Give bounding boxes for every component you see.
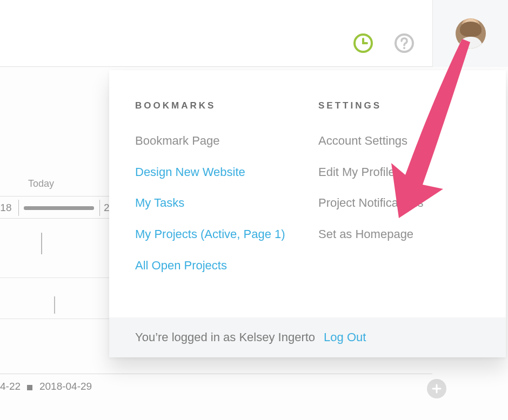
header-icons	[350, 19, 508, 67]
clock-icon[interactable]	[350, 30, 376, 56]
avatar	[456, 18, 486, 49]
bookmarks-column: BOOKMARKS Bookmark Page Design New Websi…	[135, 100, 302, 288]
tick-label: -18	[0, 202, 11, 214]
settings-heading: SETTINGS	[318, 100, 485, 111]
bookmark-my-tasks[interactable]: My Tasks	[135, 195, 302, 211]
settings-account[interactable]: Account Settings	[318, 133, 485, 149]
app-header	[0, 0, 508, 67]
today-label: Today	[28, 178, 113, 189]
help-icon[interactable]	[391, 30, 417, 56]
add-button[interactable]	[427, 379, 446, 398]
bookmark-all-open-projects[interactable]: All Open Projects	[135, 258, 302, 274]
timeline-background: Today -18 20	[0, 178, 113, 319]
timeline-bottom-row: 4-22 2018-04-29	[0, 374, 432, 392]
settings-column: SETTINGS Account Settings Edit My Profil…	[318, 100, 485, 288]
logged-in-text: You’re logged in as Kelsey Ingerto	[135, 330, 315, 344]
dropdown-footer: You’re logged in as Kelsey Ingerto Log O…	[109, 317, 506, 357]
timeline-axis: -18 20	[0, 196, 111, 219]
bookmark-page-link[interactable]: Bookmark Page	[135, 133, 302, 149]
date-segment: 2018-04-29	[39, 381, 92, 392]
logout-link[interactable]: Log Out	[324, 330, 366, 344]
user-dropdown: BOOKMARKS Bookmark Page Design New Websi…	[109, 70, 506, 357]
timeline-row	[0, 278, 111, 319]
bookmarks-heading: BOOKMARKS	[135, 100, 302, 111]
user-menu-trigger[interactable]	[432, 0, 508, 67]
date-marker-icon	[27, 385, 32, 390]
bookmark-my-projects[interactable]: My Projects (Active, Page 1)	[135, 226, 302, 242]
settings-set-homepage[interactable]: Set as Homepage	[318, 226, 485, 242]
dropdown-body: BOOKMARKS Bookmark Page Design New Websi…	[109, 70, 506, 317]
timeline-axis-2	[0, 219, 111, 278]
settings-edit-profile[interactable]: Edit My Profile	[318, 164, 485, 180]
settings-project-notifications[interactable]: Project Notifications	[318, 195, 485, 211]
date-segment: 4-22	[0, 381, 21, 392]
bookmark-design-new-website[interactable]: Design New Website	[135, 164, 302, 180]
svg-point-2	[403, 47, 405, 49]
